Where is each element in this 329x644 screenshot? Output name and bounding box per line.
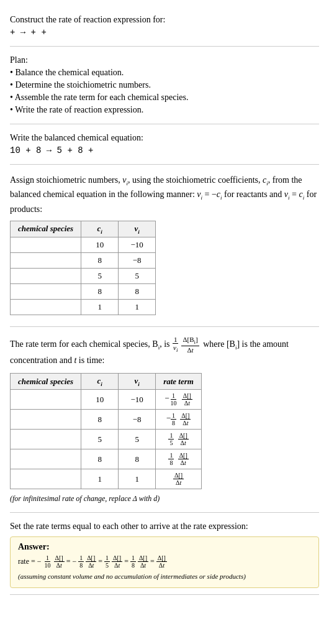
ci-cell: 8	[81, 253, 119, 269]
rate-cell: −18 Δ[]Δt	[156, 410, 202, 430]
stoichiometry-table: chemical species ci νi 10 −10 8 −8 5 5	[10, 221, 156, 316]
rate-cell: −110 Δ[]Δt	[156, 390, 202, 410]
vi-cell: 1	[119, 300, 156, 315]
col-ci-2: ci	[81, 373, 119, 390]
header-section: Construct the rate of reaction expressio…	[10, 6, 319, 47]
species-cell	[11, 300, 81, 315]
answer-equation: rate = − 110 Δ[]Δt = − 18 Δ[]Δt = 15 Δ[]…	[18, 554, 311, 569]
table-row: 8 8	[11, 284, 156, 300]
ci-cell: 10	[81, 390, 119, 410]
plan-section: Plan: • Balance the chemical equation. •…	[10, 47, 319, 124]
balanced-eq-section: Write the balanced chemical equation: 10…	[10, 124, 319, 165]
eq-minus2: −	[72, 557, 76, 566]
table-row: 8 −8 −18 Δ[]Δt	[11, 410, 202, 430]
header-title: Construct the rate of reaction expressio…	[10, 15, 319, 25]
rate-cell: 18 Δ[]Δt	[156, 449, 202, 469]
table-row: 8 −8	[11, 253, 156, 269]
ci-cell: 10	[81, 237, 119, 253]
table-row: 10 −10 −110 Δ[]Δt	[11, 390, 202, 410]
species-cell	[11, 269, 81, 284]
set-label: Set the rate terms equal to each other t…	[10, 522, 319, 531]
header-reaction: + → + +	[10, 27, 319, 37]
col-vi-1: νi	[119, 221, 156, 237]
rate-cell: Δ[]Δt	[156, 469, 202, 489]
rate-term-section: The rate term for each chemical species,…	[10, 327, 319, 513]
rate-term-intro: The rate term for each chemical species,…	[10, 336, 319, 368]
species-cell	[11, 253, 81, 269]
ci-cell: 5	[81, 430, 119, 449]
vi-cell: −8	[119, 410, 156, 430]
delta-note: (for infinitesimal rate of change, repla…	[10, 494, 319, 504]
ci-cell: 1	[81, 469, 119, 489]
col-ci-1: ci	[81, 221, 119, 237]
species-cell	[11, 430, 81, 449]
species-cell	[11, 237, 81, 253]
col-vi-2: νi	[119, 373, 156, 390]
ci-cell: 8	[81, 284, 119, 300]
plan-step-2: • Determine the stoichiometric numbers.	[10, 80, 319, 90]
species-cell	[11, 390, 81, 410]
species-cell	[11, 469, 81, 489]
vi-cell: −10	[119, 237, 156, 253]
rate-word: rate =	[18, 557, 35, 566]
answer-note: (assuming constant volume and no accumul…	[18, 573, 311, 580]
plan-step-1: • Balance the chemical equation.	[10, 68, 319, 78]
species-cell	[11, 449, 81, 469]
stoichiometry-section: Assign stoichiometric numbers, νi, using…	[10, 165, 319, 327]
table-row: 8 8 18 Δ[]Δt	[11, 449, 202, 469]
plan-step-3: • Assemble the rate term for each chemic…	[10, 93, 319, 103]
col-rate-term: rate term	[156, 373, 202, 390]
vi-cell: 5	[119, 430, 156, 449]
vi-cell: 5	[119, 269, 156, 284]
answer-box: Answer: rate = − 110 Δ[]Δt = − 18 Δ[]Δt …	[10, 536, 319, 588]
rate-cell: 15 Δ[]Δt	[156, 430, 202, 449]
vi-cell: −8	[119, 253, 156, 269]
answer-label: Answer:	[18, 542, 311, 552]
species-cell	[11, 284, 81, 300]
vi-cell: −10	[119, 390, 156, 410]
ci-cell: 1	[81, 300, 119, 315]
plan-label: Plan:	[10, 55, 319, 65]
assign-text: Assign stoichiometric numbers, νi, using…	[10, 173, 319, 216]
table-row: 10 −10	[11, 237, 156, 253]
vi-cell: 1	[119, 469, 156, 489]
table-row: 1 1 Δ[]Δt	[11, 469, 202, 489]
answer-section: Set the rate terms equal to each other t…	[10, 513, 319, 595]
col-species-2: chemical species	[11, 373, 81, 390]
vi-cell: 8	[119, 284, 156, 300]
table-row: 5 5	[11, 269, 156, 284]
table-row: 5 5 15 Δ[]Δt	[11, 430, 202, 449]
ci-cell: 8	[81, 449, 119, 469]
eq-minus1: −	[37, 557, 42, 566]
table-row: 1 1	[11, 300, 156, 315]
col-species-1: chemical species	[11, 221, 81, 237]
ci-cell: 5	[81, 269, 119, 284]
plan-step-4: • Write the rate of reaction expression.	[10, 105, 319, 115]
ci-cell: 8	[81, 410, 119, 430]
species-cell	[11, 410, 81, 430]
rate-term-table: chemical species ci νi rate term 10 −10 …	[10, 373, 202, 490]
vi-cell: 8	[119, 449, 156, 469]
balanced-eq: 10 + 8 → 5 + 8 +	[10, 145, 319, 155]
balanced-eq-label: Write the balanced chemical equation:	[10, 133, 319, 143]
